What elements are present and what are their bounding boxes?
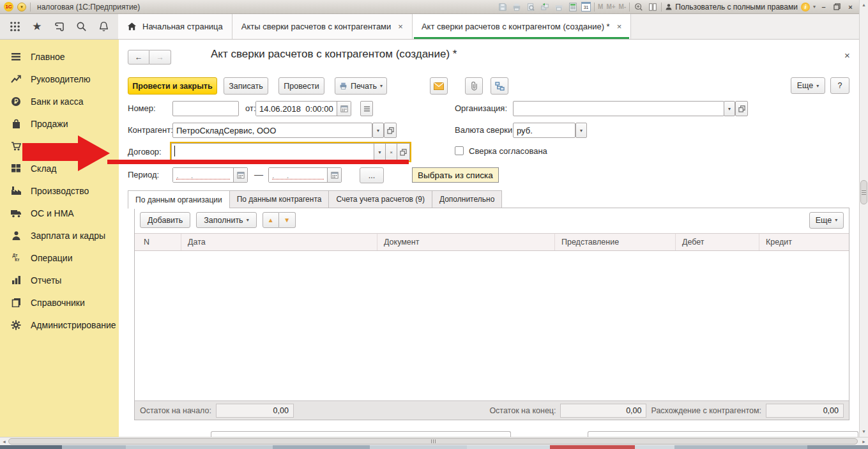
counterparty-dropdown-button[interactable]: ▾ — [372, 123, 384, 138]
document-list-button[interactable] — [360, 101, 373, 116]
post-button[interactable]: Провести — [278, 77, 324, 95]
split-window-icon[interactable] — [647, 2, 658, 12]
form-more-button[interactable]: Еще▾ — [791, 77, 825, 94]
scroll-left-icon[interactable]: ◄ — [1, 438, 8, 445]
taskbar-item[interactable] — [273, 445, 370, 449]
memory-m-minus-button[interactable]: M- — [619, 3, 627, 10]
counterparty-input[interactable] — [172, 123, 372, 138]
close-button[interactable]: × — [846, 3, 855, 11]
calendar-picker-button[interactable] — [233, 168, 247, 182]
organization-dropdown-button[interactable]: ▾ — [724, 101, 735, 116]
sidebar-item-payroll[interactable]: Зарплата и кадры — [0, 224, 119, 247]
organization-open-button[interactable] — [735, 101, 748, 116]
sidebar-item-sales[interactable]: Продажи — [0, 112, 119, 135]
horizontal-scroll-thumb[interactable] — [8, 438, 858, 445]
vertical-scroll-thumb[interactable] — [860, 180, 867, 204]
send-email-button[interactable] — [430, 77, 448, 95]
attachments-button[interactable] — [465, 77, 483, 95]
save-icon[interactable] — [497, 2, 508, 12]
subtab-additional[interactable]: Дополнительно — [432, 190, 502, 208]
forward-button[interactable]: → — [149, 50, 171, 65]
date-input[interactable] — [256, 102, 337, 116]
move-down-button[interactable]: ▼ — [279, 212, 296, 228]
fill-button[interactable]: Заполнить▾ — [196, 212, 256, 228]
column-header-document[interactable]: Документ — [377, 234, 555, 250]
column-header-date[interactable]: Дата — [181, 234, 377, 250]
contract-input[interactable] — [171, 143, 374, 161]
related-documents-button[interactable] — [491, 77, 508, 95]
back-button[interactable]: ← — [128, 50, 149, 65]
vertical-scrollbar[interactable]: ▲ ▼ — [859, 0, 868, 437]
favorites-star-icon[interactable]: ★ — [30, 20, 44, 34]
period-from-input[interactable] — [173, 168, 233, 182]
system-menu-button[interactable]: ▾ — [17, 3, 26, 11]
search-magnifier-icon[interactable] — [74, 20, 88, 34]
save-button[interactable]: Записать — [224, 77, 268, 95]
sidebar-item-administration[interactable]: Администрирование — [0, 314, 119, 336]
notifications-bell-icon[interactable] — [96, 20, 110, 34]
sidebar-item-bank[interactable]: Банк и касса — [0, 90, 119, 112]
horizontal-scrollbar[interactable]: ◄ ► — [0, 437, 868, 445]
taskbar-item[interactable] — [126, 445, 273, 449]
taskbar-item-active-red[interactable] — [550, 445, 635, 449]
subtab-accounts[interactable]: Счета учета расчетов (9) — [328, 190, 431, 208]
history-scroll-icon[interactable] — [52, 20, 66, 34]
tab-close-icon[interactable]: × — [398, 22, 403, 31]
calendar-icon[interactable]: 31 — [581, 2, 591, 11]
tab-act-create[interactable]: Акт сверки расчетов с контрагентом (созд… — [413, 14, 631, 39]
sidebar-item-reports[interactable]: Отчеты — [0, 269, 119, 291]
period-to-input[interactable] — [269, 168, 327, 182]
column-header-presentation[interactable]: Представление — [555, 234, 676, 250]
move-up-button[interactable]: ▲ — [263, 212, 279, 228]
counterparty-open-button[interactable] — [384, 123, 397, 138]
print-settings-icon[interactable] — [553, 2, 564, 12]
sidebar-item-operations[interactable]: Дт КтОперации — [0, 247, 119, 269]
calendar-picker-button[interactable] — [327, 168, 341, 182]
print-icon[interactable] — [511, 2, 522, 12]
restore-button[interactable] — [832, 2, 842, 12]
column-header-debit[interactable]: Дебет — [676, 234, 759, 250]
menu-grid-icon[interactable] — [8, 20, 22, 34]
memory-m-button[interactable]: M — [598, 3, 603, 10]
print-menu-button[interactable]: Печать ▾ — [335, 77, 387, 95]
taskbar-item[interactable] — [62, 445, 126, 449]
tab-close-icon[interactable]: × — [617, 22, 622, 31]
zoom-icon[interactable] — [633, 2, 644, 12]
currency-dropdown-button[interactable]: ▾ — [575, 123, 587, 138]
form-close-icon[interactable]: × — [844, 50, 850, 61]
chevron-down-icon[interactable]: ▾ — [813, 4, 816, 10]
minimize-button[interactable]: – — [819, 3, 828, 11]
approved-checkbox[interactable] — [455, 146, 464, 155]
column-header-n[interactable]: N — [135, 234, 181, 250]
memory-m-plus-button[interactable]: M+ — [606, 3, 615, 10]
contract-clear-button[interactable]: × — [386, 143, 397, 161]
sidebar-item-assets[interactable]: ОС и НМА — [0, 202, 119, 224]
scroll-up-icon[interactable]: ▲ — [860, 0, 868, 9]
calculator-icon[interactable] — [567, 2, 578, 12]
contract-dropdown-button[interactable]: ▾ — [374, 143, 386, 161]
column-header-credit[interactable]: Кредит — [759, 234, 849, 250]
sidebar-item-production[interactable]: Производство — [0, 179, 119, 202]
info-icon[interactable]: i — [801, 3, 810, 11]
exchange-icon[interactable] — [539, 2, 550, 12]
add-row-button[interactable]: Добавить — [140, 212, 190, 228]
taskbar-item[interactable] — [0, 445, 62, 449]
scroll-right-icon[interactable]: ► — [860, 438, 867, 445]
contract-open-button[interactable] — [397, 143, 410, 161]
print-preview-icon[interactable] — [525, 2, 536, 12]
taskbar-item[interactable] — [674, 445, 807, 449]
taskbar-item[interactable] — [635, 445, 674, 449]
taskbar-item[interactable] — [467, 445, 550, 449]
organization-input[interactable] — [513, 101, 724, 116]
post-and-close-button[interactable]: Провести и закрыть — [128, 77, 217, 95]
scroll-down-icon[interactable]: ▼ — [860, 427, 868, 436]
sidebar-item-manager[interactable]: Руководителю — [0, 68, 119, 90]
subtab-by-counterparty[interactable]: По данным контрагента — [229, 190, 329, 208]
tab-acts-list[interactable]: Акты сверки расчетов с контрагентами × — [232, 14, 413, 39]
number-input[interactable] — [172, 101, 239, 116]
sidebar-item-directories[interactable]: Справочники — [0, 291, 119, 314]
sidebar-item-main[interactable]: Главное — [0, 45, 119, 68]
calendar-picker-button[interactable] — [337, 102, 351, 116]
period-select-button[interactable]: ... — [360, 167, 384, 183]
subtab-by-organization[interactable]: По данным организации — [128, 190, 229, 209]
